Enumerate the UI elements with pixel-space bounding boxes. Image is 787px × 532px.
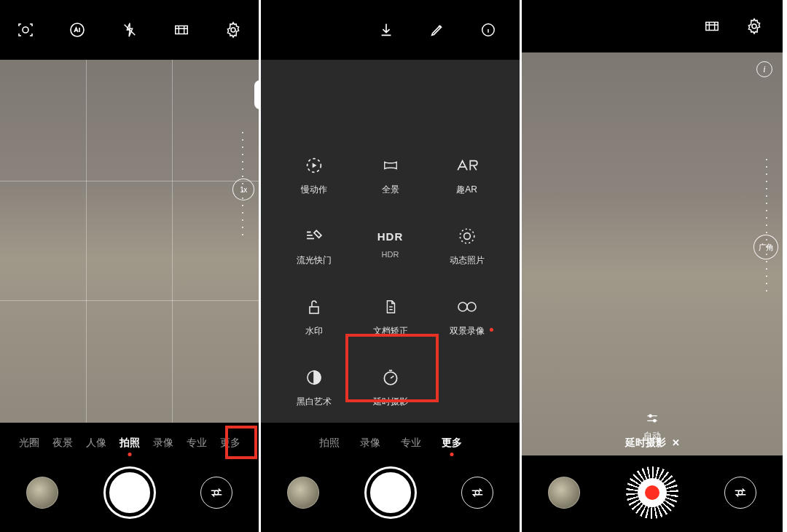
mode-light-painting[interactable]: 流光快门: [275, 225, 352, 267]
shutter-row: [0, 463, 259, 522]
download-icon[interactable]: [377, 20, 396, 39]
flash-off-icon[interactable]: [120, 20, 139, 39]
label: 慢动作: [301, 184, 327, 196]
monochrome-icon: [302, 367, 326, 388]
mode-video[interactable]: 录像: [153, 437, 173, 450]
hdr-icon: HDR: [379, 225, 402, 247]
mode-pro[interactable]: 专业: [401, 437, 421, 450]
zoom-wide-badge[interactable]: 广角: [753, 235, 778, 259]
svg-point-8: [460, 229, 474, 243]
info-icon[interactable]: [479, 20, 498, 39]
more-modes-grid: 慢动作 全景 趣AR 流光快门 HDR HDR: [275, 154, 505, 408]
top-toolbar: [0, 0, 259, 60]
more-modes-panel: 慢动作 全景 趣AR 流光快门 HDR HDR: [261, 60, 520, 423]
svg-point-11: [467, 302, 476, 311]
label: 流光快门: [297, 254, 332, 267]
mode-photo[interactable]: 拍照: [319, 437, 340, 450]
mode-video[interactable]: 录像: [360, 437, 380, 450]
viewfinder[interactable]: i 广角 自动: [522, 52, 783, 455]
top-toolbar: [261, 0, 520, 60]
svg-point-17: [649, 415, 651, 417]
svg-point-3: [231, 28, 235, 32]
label: 双景录像: [450, 325, 485, 337]
document-icon: [379, 296, 402, 318]
mode-slow-motion[interactable]: 慢动作: [275, 154, 352, 196]
svg-point-19: [738, 490, 743, 495]
mode-portrait[interactable]: 人像: [86, 437, 106, 450]
record-button[interactable]: [628, 469, 676, 517]
watermark-icon: [302, 296, 326, 318]
settings-icon[interactable]: [745, 17, 764, 36]
aspect-ratio-icon[interactable]: [702, 17, 721, 36]
mode-photo[interactable]: 拍照: [120, 437, 140, 450]
label: 延时摄影: [373, 396, 408, 408]
motion-focus-icon[interactable]: [16, 20, 35, 39]
mode-panorama[interactable]: 全景: [352, 154, 428, 196]
switch-camera-button[interactable]: [724, 477, 756, 509]
camera-screen-time-lapse: i 广角 自动 延时摄影: [522, 0, 783, 532]
mode-aperture[interactable]: 光圈: [19, 437, 39, 450]
auto-label: 自动: [643, 431, 661, 441]
shutter-row: [522, 463, 783, 522]
switch-camera-button[interactable]: [200, 477, 232, 509]
live-photo-icon: [455, 225, 479, 247]
label: 动态照片: [450, 254, 485, 267]
label: 文档矫正: [373, 325, 408, 337]
top-toolbar: [522, 0, 783, 52]
svg-rect-15: [706, 23, 719, 31]
camera-screen-more: 慢动作 全景 趣AR 流光快门 HDR HDR: [261, 0, 522, 532]
shutter-button[interactable]: [106, 469, 154, 517]
shutter-button[interactable]: [367, 469, 415, 517]
gallery-thumbnail[interactable]: [548, 477, 580, 509]
label: HDR: [382, 250, 399, 259]
label: 趣AR: [456, 184, 477, 196]
side-handle[interactable]: [254, 80, 260, 109]
aspect-ratio-icon[interactable]: [172, 20, 191, 39]
mode-pro[interactable]: 专业: [187, 437, 207, 450]
ai-icon[interactable]: [68, 20, 87, 39]
dual-view-icon: [455, 296, 479, 318]
panorama-icon: [379, 154, 402, 176]
viewfinder[interactable]: [0, 60, 259, 423]
mode-more[interactable]: 更多: [220, 437, 240, 450]
slow-motion-icon: [302, 154, 326, 176]
zoom-scale[interactable]: [758, 154, 775, 300]
settings-icon[interactable]: [224, 20, 243, 39]
mode-more[interactable]: 更多: [442, 437, 462, 450]
mode-strip[interactable]: 光圈 夜景 人像 拍照 录像 专业 更多: [0, 427, 259, 459]
gallery-thumbnail[interactable]: [287, 477, 319, 509]
sliders-icon: [645, 411, 659, 426]
switch-camera-button[interactable]: [461, 477, 493, 509]
svg-point-14: [475, 490, 479, 495]
label: 全景: [382, 184, 399, 196]
time-lapse-icon: [379, 367, 402, 388]
ar-icon: [455, 154, 479, 176]
mode-monochrome[interactable]: 黑白艺术: [275, 367, 352, 408]
mode-time-lapse[interactable]: 延时摄影: [352, 367, 428, 408]
mode-hdr[interactable]: HDR HDR: [352, 225, 428, 267]
camera-screen-photo: 1x 光圈 夜景 人像 拍照 录像 专业 更多: [0, 0, 261, 532]
auto-settings-button[interactable]: 自动: [643, 411, 661, 442]
mode-strip[interactable]: 拍照 录像 专业 更多: [261, 427, 520, 459]
mode-night[interactable]: 夜景: [52, 437, 73, 450]
mode-watermark[interactable]: 水印: [275, 296, 352, 337]
zoom-level-badge[interactable]: 1x: [232, 179, 254, 200]
svg-rect-2: [176, 26, 188, 34]
edit-icon[interactable]: [428, 20, 447, 39]
svg-point-18: [654, 420, 656, 422]
shutter-row: [261, 463, 520, 522]
gallery-thumbnail[interactable]: [26, 477, 58, 509]
light-painting-icon: [302, 225, 326, 247]
mode-ar[interactable]: 趣AR: [428, 154, 505, 196]
svg-point-10: [458, 302, 467, 311]
svg-point-0: [23, 27, 28, 33]
new-dot: [490, 328, 493, 332]
label: 水印: [305, 325, 323, 337]
svg-rect-9: [310, 307, 318, 313]
svg-point-4: [214, 490, 219, 495]
mode-dual-view[interactable]: 双景录像: [428, 296, 505, 337]
info-icon[interactable]: i: [756, 61, 772, 77]
mode-document-scan[interactable]: 文档矫正: [352, 296, 428, 337]
label: 黑白艺术: [297, 396, 332, 408]
mode-live-photo[interactable]: 动态照片: [428, 225, 505, 267]
